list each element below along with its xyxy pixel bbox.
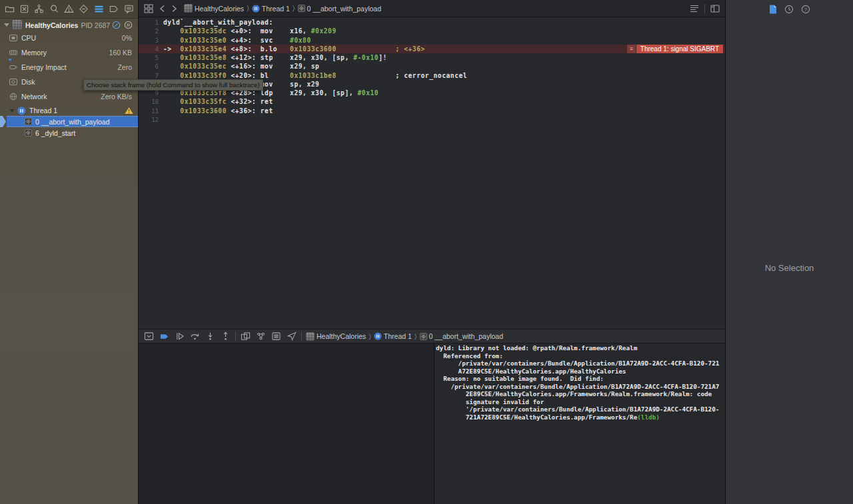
code-line[interactable]: 10 0x1033c35fc <+32>: ret [139, 97, 725, 106]
disk-gauge-icon [9, 78, 18, 86]
breadcrumb-separator: 〉 [246, 4, 250, 13]
line-number[interactable]: 6 [139, 63, 159, 71]
console-line: A72E89C5E/HealthyCalories.app/HealthyCal… [436, 368, 725, 376]
code-line[interactable]: 2 0x1033c35dc <+0>: mov x16, #0x209 [139, 27, 725, 35]
back-button[interactable] [156, 3, 168, 15]
code-line[interactable]: 7 0x1033c35f0 <+20>: bl 0x1033c1be8 ; ce… [139, 71, 725, 80]
find-navigator-icon[interactable] [47, 3, 61, 15]
line-number[interactable]: 11 [139, 107, 159, 116]
jumpbar-crumb-1[interactable]: Thread 1 [262, 5, 290, 13]
console-line: dyld: Library not loaded: @rpath/Realm.f… [436, 344, 725, 352]
debugbar-crumb-0[interactable]: HealthyCalories [317, 332, 366, 340]
stack-frame-row[interactable]: 6 _dyld_start [0, 127, 138, 138]
app-icon [12, 20, 22, 30]
report-navigator-icon[interactable] [122, 3, 135, 15]
console-line: /private/var/containers/Bundle/Applicati… [436, 383, 725, 391]
frame-gear-icon [25, 118, 32, 125]
line-number[interactable]: 4 [139, 45, 159, 54]
variables-view[interactable] [139, 344, 434, 504]
step-over-icon[interactable] [189, 331, 201, 342]
inspector-panel: ? No Selection [725, 0, 853, 504]
view-hierarchy-icon[interactable] [240, 331, 251, 342]
divider [704, 4, 705, 13]
process-name: HealthyCalories [25, 21, 78, 29]
continue-button-icon[interactable] [174, 331, 185, 342]
breakpoints-toggle-icon[interactable] [159, 331, 170, 342]
frame-label: 0 __abort_with_payload [35, 118, 110, 126]
line-number[interactable]: 5 [139, 54, 159, 63]
related-items-icon[interactable] [143, 3, 155, 15]
simulate-location-icon[interactable] [286, 331, 297, 342]
gear-icon [420, 333, 427, 340]
line-number[interactable]: 1 [139, 19, 159, 27]
thread-icon [252, 5, 260, 13]
debugbar-crumb-1[interactable]: Thread 1 [384, 332, 412, 340]
gauges-list: CPU0%Memory160 KBEnergy ImpactZeroDiskNe… [0, 31, 138, 104]
gauge-row-memory[interactable]: Memory160 KB [0, 45, 138, 60]
step-out-icon[interactable] [220, 331, 231, 342]
line-number[interactable]: 10 [139, 98, 159, 107]
pause-filter-button[interactable] [124, 21, 133, 29]
tooltip: Choose stack frame (hold Command to show… [83, 79, 263, 91]
add-editor-icon[interactable] [709, 3, 721, 15]
editor-jump-bar: HealthyCalories〉Thread 1〉0 __abort_with_… [139, 0, 725, 17]
breakpoint-navigator-icon[interactable] [107, 3, 121, 15]
project-navigator-icon[interactable] [3, 3, 16, 15]
gauge-row-network[interactable]: NetworkZero KB/s [0, 89, 138, 104]
editor-options-icon[interactable] [688, 3, 700, 15]
environment-overrides-icon[interactable] [271, 331, 282, 342]
stack-frames-list: 0 __abort_with_payload6 _dyld_start [0, 116, 138, 138]
issue-navigator-icon[interactable] [63, 3, 76, 15]
console-line: signature invalid for [436, 398, 725, 406]
console-output[interactable]: dyld: Library not loaded: @rpath/Realm.f… [434, 344, 725, 504]
thread-label: Thread 1 [29, 107, 57, 115]
process-disclosure-triangle[interactable] [4, 23, 9, 27]
file-inspector-icon[interactable] [769, 5, 777, 14]
navigator-selector-bar [0, 0, 138, 19]
gauge-value: Zero KB/s [101, 93, 132, 101]
symbol-navigator-icon[interactable] [33, 3, 46, 15]
forward-button[interactable] [168, 3, 180, 15]
test-navigator-icon[interactable] [77, 3, 91, 15]
gauge-row-energy-impact[interactable]: Energy ImpactZero [0, 60, 138, 75]
jump-bar-breadcrumbs: HealthyCalories〉Thread 1〉0 __abort_with_… [184, 4, 381, 13]
line-number[interactable]: 3 [139, 37, 159, 45]
no-selection-label: No Selection [726, 263, 853, 273]
gauge-label: CPU [21, 34, 36, 42]
gauge-label: Network [21, 93, 47, 101]
signal-badge: ≡Thread 1: signal SIGABRT [627, 45, 723, 53]
code-line[interactable]: 11 0x1033c3600 <+36>: ret [139, 107, 725, 115]
jumpbar-crumb-0[interactable]: HealthyCalories [195, 5, 244, 13]
stack-frame-row[interactable]: 0 __abort_with_payload [0, 116, 138, 127]
app-icon [306, 332, 315, 341]
step-into-icon[interactable] [205, 331, 216, 342]
debug-navigator-icon[interactable] [92, 3, 105, 15]
code-line[interactable]: 6 0x1033c35ec <+16>: mov x29, sp [139, 62, 725, 71]
memory-graph-icon[interactable] [255, 331, 267, 342]
thread-row[interactable]: Thread 1 [0, 105, 138, 116]
console-line: Reason: no suitable image found. Did fin… [436, 375, 725, 383]
history-inspector-icon[interactable] [784, 5, 794, 14]
hide-debug-area-icon[interactable] [143, 331, 155, 342]
code-line[interactable]: 3 0x1033c35e0 <+4>: svc #0x80 [139, 36, 725, 45]
code-line[interactable]: 1dyld`__abort_with_payload: [139, 18, 725, 27]
gauge-value: 0% [122, 34, 132, 42]
process-pid: PID 2687 [81, 21, 110, 29]
code-line[interactable]: 4-> 0x1033c35e4 <+8>: b.lo 0x1033c3600 ;… [139, 45, 725, 53]
process-row[interactable]: HealthyCalories PID 2687 [0, 19, 138, 31]
source-control-navigator-icon[interactable] [17, 3, 31, 15]
console-line: Referenced from: [436, 352, 725, 360]
divider [301, 332, 302, 341]
disassembly-code[interactable]: 1dyld`__abort_with_payload:2 0x1033c35dc… [139, 18, 725, 124]
debugbar-crumb-2[interactable]: 0 __abort_with_payload [429, 332, 504, 340]
jumpbar-crumb-2[interactable]: 0 __abort_with_payload [307, 5, 382, 13]
quick-help-inspector-icon[interactable]: ? [801, 5, 810, 14]
gauge-filter-button[interactable] [112, 21, 121, 29]
gauge-row-cpu[interactable]: CPU0% [0, 31, 138, 45]
line-number[interactable]: 12 [139, 116, 159, 125]
thread-disclosure-triangle[interactable] [9, 109, 15, 113]
code-line[interactable]: 12 [139, 115, 725, 124]
gauge-label: Disk [21, 78, 35, 86]
code-line[interactable]: 5 0x1033c35e8 <+12>: stp x29, x30, [sp, … [139, 53, 725, 62]
line-number[interactable]: 2 [139, 27, 159, 36]
